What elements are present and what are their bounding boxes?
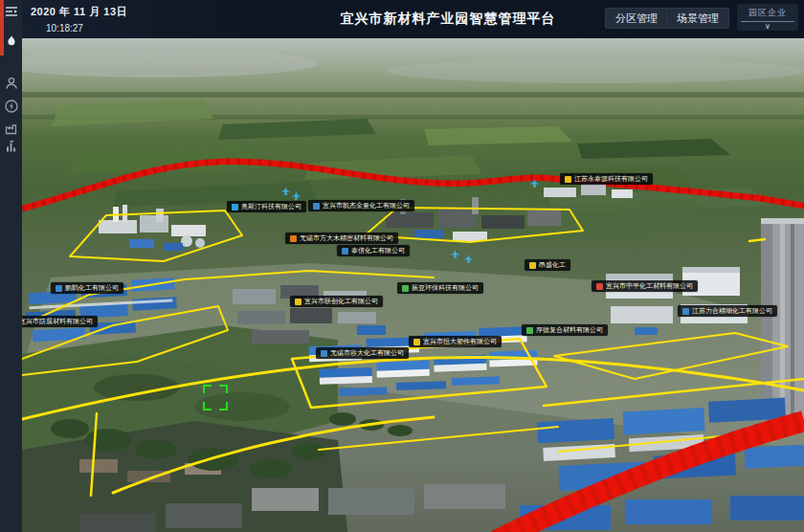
company-label[interactable]: 宜兴市联创化工有限公司 xyxy=(290,296,383,307)
map-3d-viewport[interactable]: 奥斯汀科技有限公司宜兴市凯杰金曼化工有限公司江苏永泰源科技有限公司无锡市方大木精… xyxy=(22,38,804,532)
company-label-text: 宜兴市联创化工有限公司 xyxy=(304,298,378,305)
zone-management-button[interactable]: 分区管理 xyxy=(605,8,668,29)
company-marker-icon xyxy=(295,299,302,305)
top-bar: 2020 年 11 月 13日 10:18:27 宜兴市新材料产业园智慧管理平台… xyxy=(22,0,804,38)
current-date: 2020 年 11 月 13日 xyxy=(31,5,127,19)
company-label[interactable]: 江苏永泰源科技有限公司 xyxy=(560,173,653,185)
current-time: 10:18:27 xyxy=(46,23,127,33)
datetime-block: 2020 年 11 月 13日 10:18:27 xyxy=(31,5,127,33)
company-marker-icon xyxy=(529,262,536,269)
company-label[interactable]: 宜兴市凯杰金曼化工有限公司 xyxy=(308,200,414,211)
company-label[interactable]: 宜兴市中平化工材料有限公司 xyxy=(592,280,698,292)
vehicle-plane-icon xyxy=(529,179,540,189)
company-marker-icon xyxy=(342,248,348,255)
company-label[interactable]: 泰信化工有限公司 xyxy=(337,245,410,256)
company-label-text: 宜兴市恒大塑件有限公司 xyxy=(423,338,497,345)
company-label-text: 无锡市方大木精密材料有限公司 xyxy=(300,234,393,242)
vehicle-plane-icon xyxy=(463,255,474,265)
company-label[interactable]: 厚德复合材料有限公司 xyxy=(522,324,608,336)
vehicle-plane-icon xyxy=(280,187,291,197)
dropdown-label: 园区企业 xyxy=(737,4,798,19)
menu-fold-icon[interactable] xyxy=(4,4,19,19)
left-toolbar xyxy=(0,0,22,532)
park-enterprise-dropdown[interactable]: 园区企业 ∨ xyxy=(737,4,798,31)
power-icon[interactable] xyxy=(4,99,19,114)
company-label[interactable]: 无锡市方大木精密材料有限公司 xyxy=(285,233,398,244)
person-icon[interactable] xyxy=(4,76,19,91)
company-marker-icon xyxy=(596,283,603,290)
factory-icon[interactable] xyxy=(4,121,19,136)
company-label[interactable]: 无锡市容大化工有限公司 xyxy=(316,347,409,359)
company-marker-icon xyxy=(526,327,533,334)
company-label-text: 江苏永泰源科技有限公司 xyxy=(574,175,648,183)
vehicle-plane-icon xyxy=(450,250,460,260)
company-label-text: 无锡市容大化工有限公司 xyxy=(330,349,404,357)
flame-icon[interactable] xyxy=(4,33,19,49)
company-marker-icon xyxy=(232,204,238,211)
company-label-text: 宜兴市凯杰金曼化工有限公司 xyxy=(323,202,410,210)
scene-management-button[interactable]: 场景管理 xyxy=(666,8,729,29)
company-label[interactable]: 奥斯汀科技有限公司 xyxy=(227,201,306,212)
company-label[interactable]: 鹏鹞化工有限公司 xyxy=(51,282,123,294)
company-marker-icon xyxy=(313,203,320,210)
company-marker-icon xyxy=(565,176,571,183)
company-label-text: 厚德复合材料有限公司 xyxy=(536,326,603,334)
company-labels-layer: 奥斯汀科技有限公司宜兴市凯杰金曼化工有限公司江苏永泰源科技有限公司无锡市方大木精… xyxy=(22,38,804,532)
company-marker-icon xyxy=(321,350,327,357)
company-label-text: 宜兴市中平化工材料有限公司 xyxy=(606,282,693,290)
company-label-text: 宜兴市防腐材料有限公司 xyxy=(22,318,93,325)
company-label[interactable]: 振亚环保科技有限公司 xyxy=(397,282,483,294)
company-label[interactable]: 江苏力合精细化工有限公司 xyxy=(678,305,777,317)
company-label[interactable]: 宜兴市防腐材料有限公司 xyxy=(22,316,98,327)
dropdown-divider xyxy=(741,21,794,22)
company-marker-icon xyxy=(413,339,420,345)
company-label[interactable]: 昂盛化工 xyxy=(525,259,570,271)
company-marker-icon xyxy=(682,308,689,315)
company-marker-icon xyxy=(402,285,409,292)
company-label-text: 奥斯汀科技有限公司 xyxy=(241,203,302,211)
bar-chart-icon[interactable] xyxy=(4,139,19,154)
company-label-text: 泰信化工有限公司 xyxy=(351,247,405,255)
company-label-text: 江苏力合精细化工有限公司 xyxy=(692,307,772,315)
platform-title: 宜兴市新材料产业园智慧管理平台 xyxy=(341,11,556,28)
company-marker-icon xyxy=(290,235,297,242)
chevron-down-icon: ∨ xyxy=(737,22,798,31)
company-label-text: 鹏鹞化工有限公司 xyxy=(65,284,119,292)
company-label-text: 振亚环保科技有限公司 xyxy=(412,284,479,292)
company-label-text: 昂盛化工 xyxy=(539,261,566,269)
company-label[interactable]: 宜兴市恒大塑件有限公司 xyxy=(409,336,502,347)
company-marker-icon xyxy=(56,285,62,292)
